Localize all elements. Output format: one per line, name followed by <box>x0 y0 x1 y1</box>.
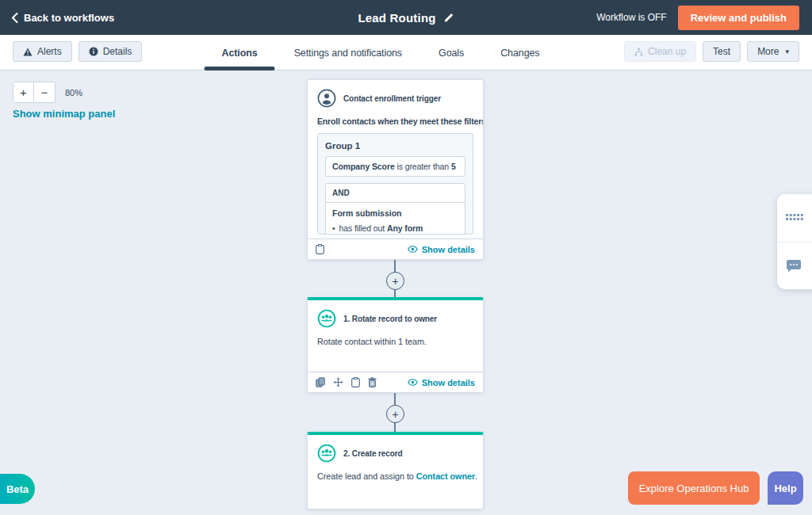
workflow-editor: Back to workflows Lead Routing Workflow … <box>0 0 812 515</box>
rotate-card-footer: Show details <box>308 372 483 392</box>
comment-bubble-icon <box>786 259 802 273</box>
warning-triangle-icon <box>23 48 33 56</box>
help-button[interactable]: Help <box>768 471 803 505</box>
filter-group-label: Group 1 <box>325 141 465 151</box>
filter-group: Group 1 Company Score is greater than 5 … <box>317 133 473 235</box>
dotted-grid-icon <box>786 214 803 221</box>
tab-settings-and-notifications[interactable]: Settings and notifications <box>294 35 402 71</box>
create-card-header: 2. Create record <box>317 444 473 463</box>
form-submission-title: Form submission <box>332 208 458 218</box>
top-navigation-bar: Back to workflows Lead Routing Workflow … <box>0 0 812 35</box>
test-button[interactable]: Test <box>703 41 741 62</box>
review-and-publish-button[interactable]: Review and publish <box>678 6 799 30</box>
filter-operator: is greater than <box>395 162 451 171</box>
rotate-show-details-link[interactable]: Show details <box>408 378 475 387</box>
beta-badge: Beta <box>0 474 35 504</box>
clipboard-icon[interactable] <box>316 244 324 254</box>
contact-owner-link[interactable]: Contact owner <box>416 471 475 481</box>
rotate-card-title: 1. Rotate record to owner <box>343 315 437 323</box>
workflow-title: Lead Routing <box>358 11 435 25</box>
contact-enrollment-trigger-card[interactable]: Contact enrollment trigger Enroll contac… <box>307 79 484 260</box>
chevron-left-icon <box>11 13 18 23</box>
add-action-button-2[interactable]: + <box>386 405 404 423</box>
edit-pencil-icon[interactable] <box>444 13 454 23</box>
more-button[interactable]: More ▾ <box>747 41 799 62</box>
explore-operations-hub-button[interactable]: Explore Operations Hub <box>628 471 760 505</box>
data-panel-button[interactable] <box>777 194 812 242</box>
clean-up-button[interactable]: Clean up <box>624 41 696 62</box>
rotate-show-details-label: Show details <box>422 378 475 387</box>
zoom-level-text: 80% <box>65 88 82 97</box>
filter-form-submission[interactable]: AND Form submission • has filled out Any… <box>325 183 465 235</box>
eye-icon <box>408 379 418 386</box>
team-record-icon <box>317 444 336 463</box>
contact-person-icon <box>317 89 336 108</box>
and-label: AND <box>326 184 465 203</box>
workflow-status-text: Workflow is OFF <box>596 12 666 23</box>
action-card-create-record[interactable]: 2. Create record Create lead and assign … <box>307 432 484 509</box>
zoom-out-button[interactable]: − <box>34 82 56 103</box>
editor-tabs: Actions Settings and notifications Goals… <box>221 35 539 71</box>
top-right-actions: Workflow is OFF Review and publish <box>596 6 799 30</box>
caret-down-icon: ▾ <box>785 48 789 55</box>
trigger-card-footer: Show details <box>308 238 483 259</box>
rotate-card-body: Rotate contact within 1 team. <box>317 337 473 346</box>
filter-field: Company Score <box>332 162 395 171</box>
toolbar-left: Alerts Details <box>13 41 142 62</box>
comments-panel-button[interactable] <box>777 242 812 290</box>
info-circle-icon <box>89 47 98 56</box>
details-button[interactable]: Details <box>79 41 143 62</box>
action-card-rotate-record[interactable]: 1. Rotate record to owner Rotate contact… <box>307 297 484 393</box>
show-minimap-link[interactable]: Show minimap panel <box>13 108 115 120</box>
form-submission-detail: • has filled out Any form submission on … <box>332 223 458 235</box>
tab-goals[interactable]: Goals <box>439 35 464 71</box>
team-rotate-icon <box>317 309 336 328</box>
zoom-controls: + − 80% <box>13 82 82 103</box>
bullet-glyph: • <box>332 223 335 235</box>
tab-changes[interactable]: Changes <box>500 35 539 71</box>
trash-icon[interactable] <box>368 377 377 387</box>
zoom-in-button[interactable]: + <box>13 82 34 103</box>
enroll-filters-subtitle: Enroll contacts when they meet these fil… <box>317 116 473 126</box>
trigger-show-details-link[interactable]: Show details <box>408 245 475 254</box>
create-card-body: Create lead and assign to Contact owner. <box>317 471 473 481</box>
toolbar-right: Clean up Test More ▾ <box>624 41 799 62</box>
eye-icon <box>408 246 418 253</box>
details-label: Details <box>103 46 132 57</box>
filter-company-score[interactable]: Company Score is greater than 5 <box>325 156 465 177</box>
add-action-button-1[interactable]: + <box>386 272 404 290</box>
back-label: Back to workflows <box>24 12 114 24</box>
editor-toolbar: Alerts Details Actions Settings and noti… <box>0 35 812 71</box>
create-card-title: 2. Create record <box>343 449 403 458</box>
move-icon[interactable] <box>333 377 343 387</box>
form-submission-text: has filled out Any form submission on An… <box>339 223 458 235</box>
form-submission-body: Form submission • has filled out Any for… <box>326 203 465 235</box>
clean-up-label: Clean up <box>648 46 686 57</box>
trigger-card-title: Contact enrollment trigger <box>343 94 441 103</box>
branch-icon <box>634 48 643 56</box>
more-label: More <box>757 46 779 57</box>
workflow-title-wrap: Lead Routing <box>358 11 454 25</box>
right-tools-panel <box>777 194 812 289</box>
copy-icon[interactable] <box>316 377 325 387</box>
tab-actions[interactable]: Actions <box>221 35 257 71</box>
back-to-workflows-link[interactable]: Back to workflows <box>11 12 114 24</box>
alerts-label: Alerts <box>37 46 62 57</box>
filter-value: 5 <box>451 162 456 171</box>
trigger-card-header: Contact enrollment trigger <box>317 89 473 108</box>
clipboard-icon[interactable] <box>351 377 360 387</box>
alerts-button[interactable]: Alerts <box>13 41 72 62</box>
rotate-card-header: 1. Rotate record to owner <box>317 309 473 328</box>
trigger-show-details-label: Show details <box>422 245 475 254</box>
